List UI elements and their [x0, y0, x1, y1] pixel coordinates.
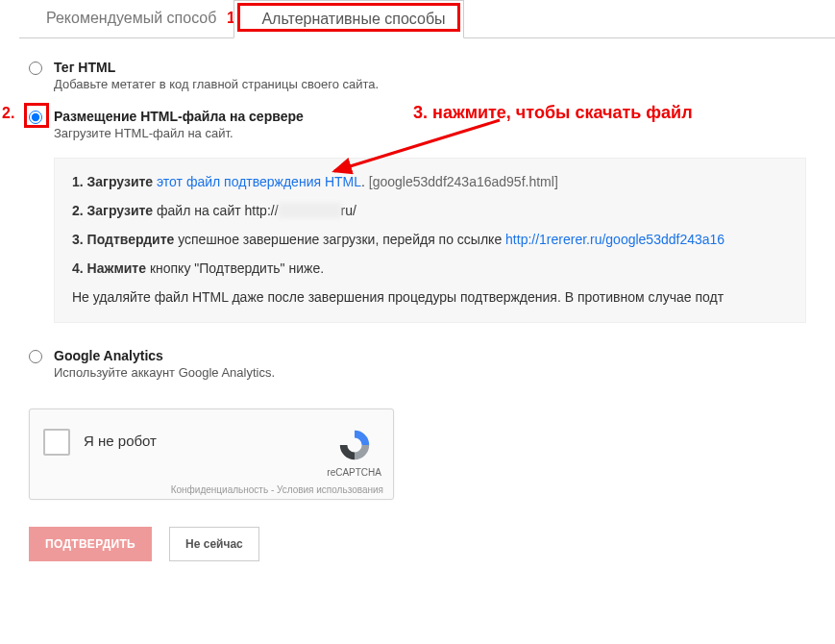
annotation-3: 3. нажмите, чтобы скачать файл: [413, 103, 693, 123]
steps-note: Не удаляйте файл HTML даже после заверше…: [72, 289, 788, 305]
tab-recommended-label: Рекомендуемый способ: [46, 10, 216, 26]
step-3: 3. Подтвердите успешное завершение загру…: [72, 232, 788, 247]
content: Тег HTML Добавьте метатег в код главной …: [0, 38, 835, 581]
option-ga-desc: Используйте аккаунт Google Analytics.: [54, 365, 806, 380]
step-4: 4. Нажмите кнопку "Подтвердить" ниже.: [72, 260, 788, 276]
recaptcha-terms[interactable]: Конфиденциальность - Условия использован…: [171, 484, 383, 495]
confirm-button[interactable]: ПОДТВЕРДИТЬ: [29, 527, 152, 561]
step-4-prefix: 4. Нажмите: [72, 260, 146, 276]
step-3-prefix: 3. Подтвердите: [72, 232, 174, 247]
option-html-tag: Тег HTML Добавьте метатег в код главной …: [29, 60, 806, 91]
step-1: 1. Загрузите этот файл подтверждения HTM…: [72, 174, 788, 189]
tab-alternative[interactable]: Альтернативные способы: [233, 0, 463, 38]
recaptcha-checkbox[interactable]: [43, 429, 70, 456]
tab-recommended[interactable]: Рекомендуемый способ 1.: [19, 0, 233, 37]
step-1-dot: .: [361, 174, 369, 189]
step-1-filename: [google53ddf243a16ad95f.html]: [369, 174, 558, 189]
tab-alternative-label: Альтернативные способы: [261, 11, 445, 27]
step-4-text: кнопку "Подтвердить" ниже.: [146, 260, 324, 276]
recaptcha-label: Я не робот: [84, 433, 157, 449]
option-ga-title: Google Analytics: [54, 348, 806, 363]
option-html-tag-title: Тег HTML: [54, 60, 806, 75]
steps-box: 1. Загрузите этот файл подтверждения HTM…: [54, 158, 806, 323]
recaptcha-brand: reCAPTCHA: [327, 467, 381, 478]
step-3-text: успешное завершение загрузки, перейдя по…: [174, 232, 505, 247]
step-2: 2. Загрузите файл на сайт http://xxxru/: [72, 203, 788, 218]
step-2-suffix: ru/: [341, 203, 356, 218]
blurred-domain: xxx: [279, 203, 341, 218]
recaptcha-widget: Я не робот reCAPTCHA Конфиденциальность …: [29, 409, 394, 500]
radio-html-tag[interactable]: [29, 62, 42, 75]
step-2-prefix: 2. Загрузите: [72, 203, 153, 218]
option-html-file: 2. 3. нажмите, чтобы скачать файл Размещ…: [29, 109, 806, 140]
option-html-tag-desc: Добавьте метатег в код главной страницы …: [54, 77, 806, 91]
step-2-text: файл на сайт http://: [153, 203, 278, 218]
verify-link[interactable]: http://1rererer.ru/google53ddf243a16: [505, 232, 724, 247]
button-row: ПОДТВЕРДИТЬ Не сейчас: [29, 527, 806, 561]
tabs: Рекомендуемый способ 1. Альтернативные с…: [19, 0, 835, 38]
recaptcha-icon: [336, 427, 373, 463]
annotation-2: 2.: [2, 105, 14, 122]
radio-ga[interactable]: [29, 350, 42, 363]
option-html-file-desc: Загрузите HTML-файл на сайт.: [54, 126, 806, 140]
step-1-prefix: 1. Загрузите: [72, 174, 157, 189]
radio-html-file[interactable]: [29, 111, 42, 124]
option-ga: Google Analytics Используйте аккаунт Goo…: [29, 348, 806, 380]
download-file-link[interactable]: этот файл подтверждения HTML: [157, 174, 361, 189]
not-now-button[interactable]: Не сейчас: [169, 527, 259, 561]
